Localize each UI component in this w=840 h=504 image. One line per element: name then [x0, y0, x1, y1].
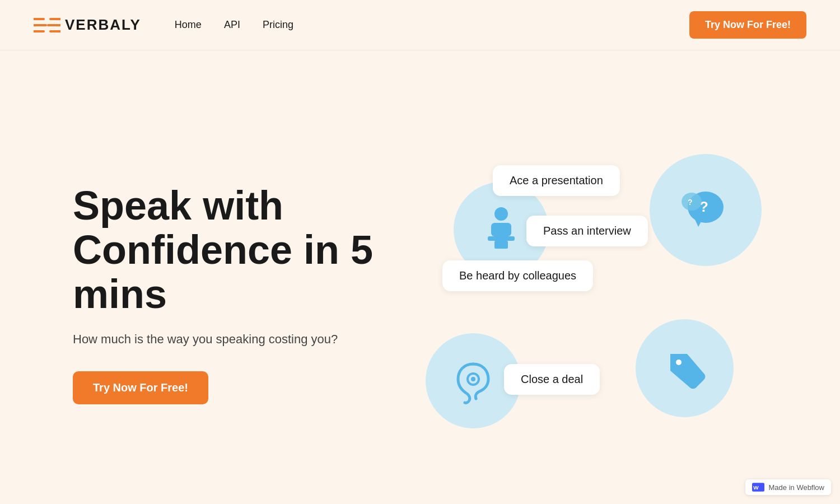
ear-icon: [448, 356, 498, 406]
svg-point-6: [494, 207, 508, 221]
svg-text:?: ?: [688, 198, 693, 207]
pill-ace-presentation: Ace a presentation: [493, 165, 620, 196]
pill-ace-text: Ace a presentation: [510, 174, 603, 186]
nav-api[interactable]: API: [224, 19, 240, 30]
hero-content: Speak with Confidence in 5 mins How much…: [73, 184, 386, 405]
hero-section: Speak with Confidence in 5 mins How much…: [0, 50, 840, 504]
svg-rect-8: [488, 236, 515, 241]
svg-text:W: W: [753, 484, 759, 491]
pill-pass-interview: Pass an interview: [526, 216, 648, 246]
nav-links: Home API Pricing: [175, 19, 293, 31]
circle-chat: ? ?: [650, 154, 762, 266]
circle-tag: [636, 319, 734, 417]
webflow-badge: W Made in Webflow: [745, 479, 831, 495]
webflow-icon: W: [752, 483, 764, 492]
nav-home[interactable]: Home: [175, 19, 202, 30]
hero-cta-button[interactable]: Try Now For Free!: [73, 371, 208, 404]
pill-deal-text: Close a deal: [521, 373, 583, 385]
svg-point-17: [676, 360, 682, 365]
webflow-label: Made in Webflow: [769, 483, 824, 492]
logo[interactable]: VERBALY: [34, 15, 141, 36]
logo-icon: [34, 15, 60, 36]
hero-illustration: ? ? Ace a presentation: [409, 148, 767, 440]
pill-close-deal: Close a deal: [504, 364, 600, 395]
hero-title: Speak with Confidence in 5 mins: [73, 184, 386, 317]
svg-rect-9: [494, 241, 508, 249]
nav-cta-button[interactable]: Try Now For Free!: [689, 11, 806, 39]
pill-interview-text: Pass an interview: [543, 225, 631, 237]
pill-colleagues-text: Be heard by colleagues: [459, 269, 576, 282]
navbar: VERBALY Home API Pricing Try Now For Fre…: [0, 0, 840, 50]
presenter-icon: [473, 202, 529, 258]
logo-text: VERBALY: [65, 16, 141, 34]
svg-marker-11: [694, 218, 703, 227]
svg-point-16: [471, 377, 475, 381]
chat-icon: ? ?: [675, 179, 736, 241]
pill-colleagues: Be heard by colleagues: [442, 260, 593, 291]
nav-pricing[interactable]: Pricing: [263, 19, 293, 30]
hero-subtitle: How much is the way you speaking costing…: [73, 332, 386, 347]
tag-icon: [659, 343, 710, 393]
svg-rect-7: [491, 223, 511, 236]
